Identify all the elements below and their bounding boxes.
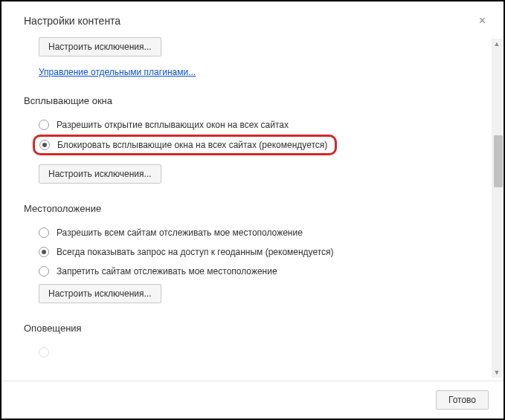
location-deny-label: Запретить сайтам отслеживать мое местопо… — [57, 266, 277, 277]
radio-icon[interactable] — [39, 247, 49, 257]
location-ask-option[interactable]: Всегда показывать запрос на доступ к гео… — [24, 242, 481, 262]
popups-section-title: Всплывающие окна — [24, 95, 481, 106]
dialog-title: Настройки контента — [24, 15, 120, 27]
popups-block-label[interactable]: Блокировать всплывающие окна на всех сай… — [57, 140, 327, 150]
location-deny-option[interactable]: Запретить сайтам отслеживать мое местопо… — [24, 262, 481, 281]
notifications-option-partial[interactable] — [24, 343, 481, 362]
popups-allow-option[interactable]: Разрешить открытие всплывающих окон на в… — [24, 115, 481, 135]
close-icon[interactable]: × — [476, 15, 489, 27]
popups-block-highlight: Блокировать всплывающие окна на всех сай… — [33, 135, 337, 155]
radio-icon[interactable] — [39, 140, 50, 150]
radio-icon[interactable] — [39, 266, 49, 277]
radio-icon[interactable] — [39, 347, 49, 358]
plugins-exceptions-button[interactable]: Настроить исключения... — [39, 37, 161, 56]
popups-allow-label: Разрешить открытие всплывающих окон на в… — [57, 120, 289, 130]
scrollbar-thumb[interactable] — [494, 135, 503, 187]
radio-icon[interactable] — [39, 227, 49, 238]
scroll-down-icon[interactable]: ▼ — [492, 367, 502, 378]
location-allow-option[interactable]: Разрешить всем сайтам отслеживать мое ме… — [24, 223, 481, 242]
scroll-up-icon[interactable]: ▲ — [492, 39, 502, 49]
popups-exceptions-button[interactable]: Настроить исключения... — [39, 164, 161, 184]
location-section-title: Местоположение — [24, 203, 481, 214]
location-allow-label: Разрешить всем сайтам отслеживать мое ме… — [57, 227, 303, 238]
notifications-section-title: Оповещения — [24, 323, 481, 334]
content-area: Настроить исключения... Управление отдел… — [1, 34, 504, 381]
done-button[interactable]: Готово — [436, 390, 489, 410]
location-ask-label: Всегда показывать запрос на доступ к гео… — [57, 247, 334, 257]
location-exceptions-button[interactable]: Настроить исключения... — [39, 284, 161, 303]
manage-plugins-link[interactable]: Управление отдельными плагинами... — [39, 67, 196, 77]
scrollbar-track[interactable] — [492, 39, 502, 378]
radio-icon[interactable] — [39, 120, 49, 130]
